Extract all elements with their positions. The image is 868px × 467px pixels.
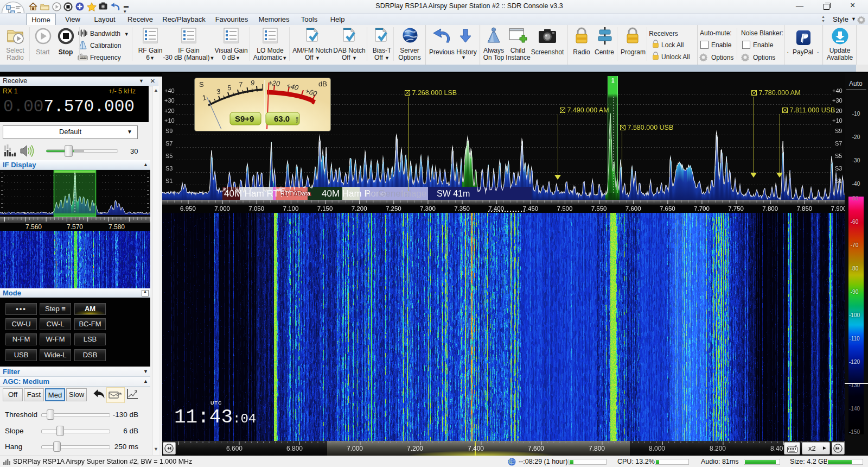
svg-text:3: 3 — [215, 87, 222, 96]
svg-text:S: S — [199, 80, 204, 89]
svg-text:9: 9 — [250, 79, 254, 87]
svg-text:1: 1 — [201, 93, 207, 102]
svg-text:5: 5 — [226, 83, 232, 92]
svg-text:+20: +20 — [267, 79, 280, 88]
svg-text:dB: dB — [318, 80, 327, 88]
svg-text:63.0: 63.0 — [274, 114, 290, 123]
svg-text:7: 7 — [238, 80, 244, 89]
svg-text:S9+9: S9+9 — [235, 114, 254, 123]
svg-text:SNR: SNR — [296, 117, 299, 123]
